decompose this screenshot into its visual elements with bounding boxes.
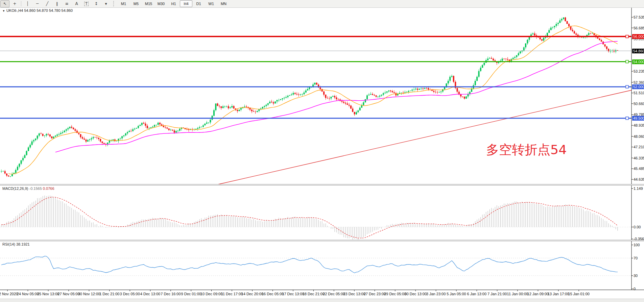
timeframe-h4-button[interactable]: H4 [180, 0, 192, 7]
rsi-line [1, 256, 618, 273]
timeframe-m30-button[interactable]: M30 [155, 0, 167, 7]
rsi-tick-0: 0 [634, 287, 644, 291]
timeframe-buttons-group: M1M5M15M30H1H4D1W1MN [117, 0, 230, 7]
timeframe-d1-button[interactable]: D1 [192, 0, 205, 7]
rsi-indicator-label: RSI(14) 38.1921 [2, 242, 30, 246]
dropdown-caret-icon[interactable]: ▾ [101, 0, 111, 7]
vertical-line-tool-icon[interactable]: │ [23, 0, 32, 7]
drawing-tools-group: ↖+│─╱∥≡AT↕▾ [0, 0, 111, 7]
panel-separator-rsi[interactable] [0, 240, 644, 241]
macd-tick-0.00: 0.00 [634, 225, 644, 229]
toolbar-separator [21, 1, 21, 6]
symbol-dropdown-icon[interactable]: ▼ [2, 9, 5, 12]
macd-signal-value: 0.0766 [43, 186, 54, 191]
hline-marker-54.000 [626, 60, 628, 63]
hline-price-badge-49.500: 49.500 [632, 116, 644, 121]
price-tick-56.685: 56.685 [634, 26, 644, 30]
macd-tick-1.149: 1.149 [634, 186, 644, 191]
rsi-tick-100: 100 [634, 243, 644, 247]
macd-name: MACD(12,26,9) [2, 186, 28, 191]
mt4-window: ↖+│─╱∥≡AT↕▾ M1M5M15M30H1H4D1W1MN ▼UKOil-… [0, 0, 644, 302]
price-tick-45.485: 45.485 [634, 167, 644, 171]
hline-price-badge-54.000: 54.000 [632, 59, 644, 64]
price-tick-57.535: 57.535 [634, 15, 644, 19]
text-tool-icon[interactable]: A [72, 0, 81, 7]
trendline-layer [218, 90, 631, 184]
crosshair-tool-icon[interactable]: + [10, 0, 19, 7]
price-tick-48.935: 48.935 [634, 123, 644, 127]
timeframe-m15-button[interactable]: M15 [142, 0, 155, 7]
arrows-tool-icon[interactable]: ↕ [92, 0, 101, 7]
price-tick-50.660: 50.660 [634, 102, 644, 106]
rsi-tick-30: 30 [634, 274, 644, 278]
panel-separator-macd[interactable] [0, 184, 644, 185]
status-strip [0, 299, 644, 302]
macd-main-value: -0.1565 [29, 186, 42, 191]
trendline-tool-icon[interactable]: ╱ [43, 0, 52, 7]
macd-tick--0.3563: -0.3563 [634, 237, 644, 241]
rsi-name: RSI(14) [2, 242, 15, 246]
price-tick-52.360: 52.360 [634, 80, 644, 84]
toolbar: ↖+│─╱∥≡AT↕▾ M1M5M15M30H1H4D1W1MN [0, 0, 644, 8]
symbol-ohlc-text: UKOil-,H4 54.860 54.870 54.780 54.860 [6, 8, 73, 12]
price-tick-51.510: 51.510 [634, 91, 644, 95]
hline-price-badge-56.000: 56.000 [632, 34, 644, 39]
hline-marker-52.000 [626, 85, 628, 88]
price-tick-44.635: 44.635 [634, 177, 644, 181]
timeframe-w1-button[interactable]: W1 [205, 0, 217, 7]
time-tick-label: 15 Jan 01:00 [563, 292, 595, 296]
hline-marker-56.000 [626, 35, 628, 38]
chart-text-annotation[interactable]: 多空转折点54 [486, 141, 567, 158]
cursor-tool-icon[interactable]: ↖ [0, 0, 9, 7]
text-label-tool-icon[interactable]: T [82, 0, 91, 7]
price-tick-48.060: 48.060 [634, 134, 644, 139]
hline-marker-49.500 [626, 117, 628, 120]
symbol-ohlc-label: ▼UKOil-,H4 54.860 54.870 54.780 54.860 [2, 8, 73, 12]
price-tick-53.235: 53.235 [634, 69, 644, 73]
timeframe-mn-button[interactable]: MN [217, 0, 230, 7]
macd-signal-line [1, 197, 618, 238]
timeframe-h1-button[interactable]: H1 [167, 0, 180, 7]
rsi-value: 38.1921 [16, 242, 30, 246]
timeframe-m1-button[interactable]: M1 [117, 0, 130, 7]
horizontal-line-tool-icon[interactable]: ─ [33, 0, 42, 7]
equidistant-channel-tool-icon[interactable]: ∥ [52, 0, 62, 7]
fibonacci-tool-icon[interactable]: ≡ [62, 0, 71, 7]
toolbar-grip[interactable] [113, 1, 116, 6]
rsi-tick-70: 70 [634, 256, 644, 260]
price-tick-47.210: 47.210 [634, 145, 644, 149]
current-price-badge: 54.860 [632, 49, 644, 53]
hline-price-badge-52.000: 52.000 [632, 84, 644, 89]
macd-indicator-label: MACD(12,26,9) -0.1565 0.0766 [2, 186, 54, 191]
timeframe-m5-button[interactable]: M5 [130, 0, 142, 7]
price-tick-46.335: 46.335 [634, 156, 644, 160]
